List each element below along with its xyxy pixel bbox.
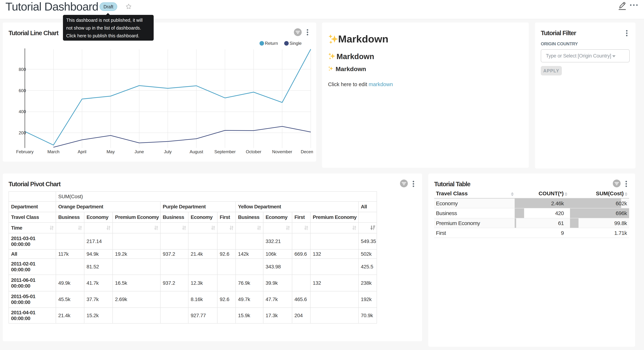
- svg-text:Single: Single: [290, 41, 302, 46]
- svg-text:September: September: [214, 149, 236, 154]
- svg-text:400: 400: [19, 109, 26, 114]
- svg-text:March: March: [47, 149, 60, 154]
- svg-text:November: November: [272, 149, 292, 154]
- svg-text:June: June: [134, 149, 144, 154]
- svg-text:April: April: [78, 149, 86, 154]
- svg-text:May: May: [106, 149, 115, 154]
- svg-text:October: October: [246, 149, 261, 154]
- svg-text:800: 800: [19, 67, 26, 72]
- svg-text:Return: Return: [265, 41, 278, 46]
- svg-text:600: 600: [19, 88, 26, 93]
- svg-text:July: July: [164, 149, 172, 154]
- svg-text:February: February: [16, 149, 34, 154]
- svg-text:200: 200: [19, 130, 26, 135]
- svg-text:December: December: [301, 149, 313, 154]
- svg-text:August: August: [190, 149, 203, 154]
